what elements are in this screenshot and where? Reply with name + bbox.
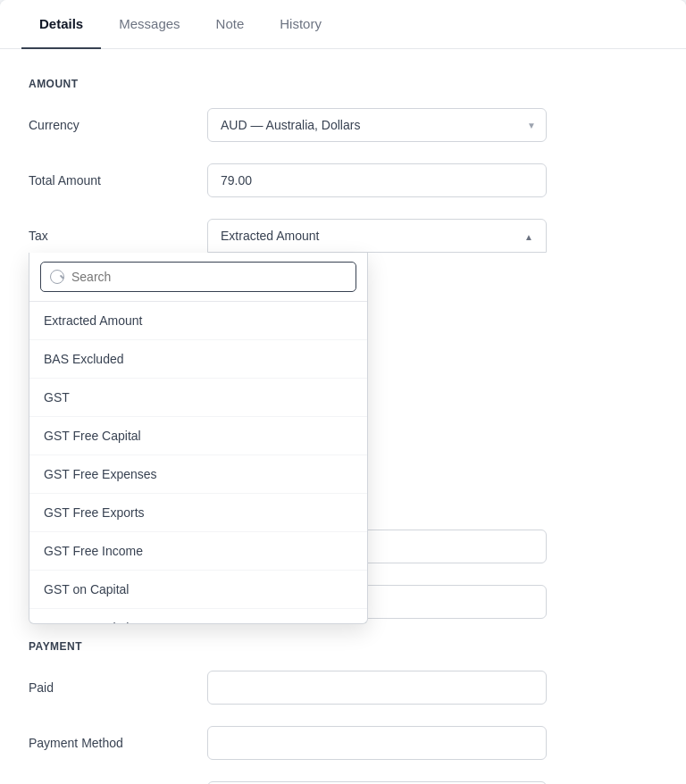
tax-select[interactable]: Extracted Amount [207, 219, 547, 253]
tax-chevron-icon [524, 229, 533, 243]
tax-control: Extracted Amount Extracted Amount BAS Ex… [207, 219, 547, 253]
payment-method-control [207, 726, 547, 760]
amount-section-title: AMOUNT [29, 78, 657, 90]
total-amount-input[interactable] [207, 163, 547, 197]
payment-method-label: Payment Method [29, 736, 207, 750]
dropdown-item[interactable]: Extracted Amount [29, 302, 367, 340]
currency-select-wrapper[interactable]: AUD — Australia, Dollars [207, 108, 547, 142]
main-card: Details Messages Note History AMOUNT Cur… [0, 0, 686, 784]
dropdown-search-wrapper [29, 253, 367, 302]
paid-input[interactable] [207, 671, 547, 705]
tab-history[interactable]: History [262, 0, 339, 49]
total-amount-label: Total Amount [29, 173, 207, 188]
paid-control [207, 671, 547, 705]
payment-method-input[interactable] [207, 726, 547, 760]
tab-note[interactable]: Note [198, 0, 263, 49]
tax-dropdown: Extracted Amount BAS Excluded GST GST Fr… [29, 253, 368, 624]
paid-row: Paid [29, 671, 657, 705]
currency-row: Currency AUD — Australia, Dollars [29, 108, 657, 142]
dropdown-item[interactable]: BAS Excluded [29, 340, 367, 379]
currency-label: Currency [29, 118, 207, 132]
payment-method-row: Payment Method [29, 726, 657, 760]
tax-select-value: Extracted Amount [221, 229, 320, 243]
currency-control: AUD — Australia, Dollars [207, 108, 547, 142]
tax-row: Tax Extracted Amount Extracted Amount [29, 219, 657, 253]
tab-details[interactable]: Details [21, 0, 101, 49]
tax-search-input[interactable] [40, 262, 356, 292]
dropdown-item[interactable]: GST on Capital [29, 571, 367, 609]
dropdown-item[interactable]: GST Free Capital [29, 417, 367, 455]
tax-label: Tax [29, 219, 207, 243]
dropdown-item[interactable]: GST Free Exports [29, 494, 367, 532]
content-area: AMOUNT Currency AUD — Australia, Dollars… [0, 49, 686, 784]
total-amount-control [207, 163, 547, 197]
payment-section: PAYMENT Paid Payment Method Publish to [29, 640, 657, 784]
payment-section-title: PAYMENT [29, 640, 657, 653]
dropdown-item[interactable]: GST on Capital Imports [29, 609, 367, 623]
tab-messages[interactable]: Messages [101, 0, 197, 49]
dropdown-item[interactable]: GST [29, 379, 367, 417]
currency-select[interactable]: AUD — Australia, Dollars [207, 108, 547, 142]
tax-dropdown-list: Extracted Amount BAS Excluded GST GST Fr… [29, 302, 367, 623]
tabs-container: Details Messages Note History [0, 0, 686, 49]
paid-label: Paid [29, 680, 207, 695]
dropdown-item[interactable]: GST Free Expenses [29, 455, 367, 494]
search-icon-wrap [40, 262, 356, 292]
dropdown-item[interactable]: GST Free Income [29, 532, 367, 571]
total-amount-row: Total Amount [29, 163, 657, 197]
